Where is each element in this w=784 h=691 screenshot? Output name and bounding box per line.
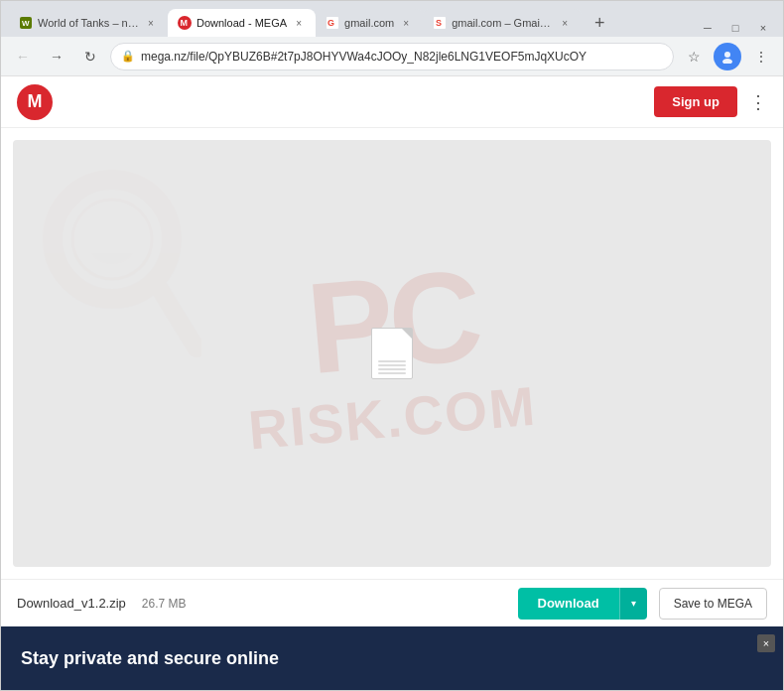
svg-text:W: W (22, 19, 30, 28)
bookmark-button[interactable]: ☆ (680, 43, 708, 70)
file-line-4 (378, 372, 406, 374)
file-lines (378, 360, 406, 374)
tab4-title: gmail.com – Gmail Resour... (452, 17, 553, 29)
browser-frame: W World of Tanks – nemokan... × M Downlo… (0, 0, 784, 691)
watermark-risk: RISK.COM (245, 373, 538, 462)
forward-button[interactable]: → (43, 43, 70, 70)
tab-world-of-tanks[interactable]: W World of Tanks – nemokan... × (9, 9, 168, 37)
tab1-title: World of Tanks – nemokan... (38, 17, 139, 29)
download-dropdown-button[interactable]: ▾ (619, 588, 647, 620)
file-line-2 (378, 364, 406, 366)
bottom-bar: Download_v1.2.zip 26.7 MB Download ▾ Sav… (1, 579, 783, 626)
file-preview-area: PC RISK.COM (13, 140, 771, 567)
more-options-button[interactable]: ⋮ (747, 43, 775, 70)
mega-menu-button[interactable]: ⋮ (749, 91, 767, 113)
url-text: mega.nz/file/QpYBUZ6B#2t7pJ8OHYVWa4cJOOy… (141, 50, 663, 64)
ad-text: Stay private and secure online (21, 648, 279, 669)
signup-button[interactable]: Sign up (654, 86, 737, 117)
tab1-close[interactable]: × (144, 16, 158, 30)
file-fold (402, 329, 412, 339)
svg-point-11 (72, 200, 152, 279)
tab2-favicon: M (178, 16, 192, 30)
tab1-favicon: W (19, 16, 33, 30)
file-line-1 (378, 360, 406, 362)
lock-icon: 🔒 (121, 50, 135, 63)
ad-banner: Stay private and secure online × (1, 626, 783, 690)
svg-point-9 (722, 59, 732, 64)
tab3-favicon: G (326, 16, 339, 30)
address-bar[interactable]: 🔒 mega.nz/file/QpYBUZ6B#2t7pJ8OHYVWa4cJO… (110, 43, 674, 70)
tab3-title: gmail.com (344, 17, 394, 29)
svg-text:M: M (181, 18, 189, 28)
tab-mega-download[interactable]: M Download - MEGA × (168, 9, 316, 37)
page-content: M Sign up ⋮ PC (1, 76, 783, 690)
svg-point-10 (53, 180, 172, 299)
profile-button[interactable] (714, 43, 741, 70)
tab2-title: Download - MEGA (196, 17, 287, 29)
reload-button[interactable]: ↻ (76, 43, 104, 70)
mega-header: M Sign up ⋮ (1, 76, 783, 128)
file-name: Download_v1.2.zip (17, 596, 126, 611)
svg-point-8 (724, 52, 730, 58)
file-size: 26.7 MB (142, 597, 187, 611)
svg-line-12 (157, 284, 196, 348)
tab2-close[interactable]: × (292, 16, 306, 30)
tab3-close[interactable]: × (399, 16, 413, 30)
tab4-favicon: S (433, 16, 447, 30)
svg-point-13 (87, 214, 137, 264)
tab-gmail[interactable]: G gmail.com × (316, 9, 423, 37)
svg-text:G: G (327, 18, 334, 28)
download-button[interactable]: Download (518, 588, 619, 620)
watermark-magnifier (43, 170, 201, 372)
toolbar: ← → ↻ 🔒 mega.nz/file/QpYBUZ6B#2t7pJ8OHYV… (1, 37, 783, 76)
minimize-button[interactable]: ─ (696, 19, 719, 37)
back-button[interactable]: ← (9, 43, 37, 70)
ad-close-button[interactable]: × (757, 634, 775, 652)
tab4-close[interactable]: × (558, 16, 572, 30)
maximize-button[interactable]: □ (723, 19, 747, 37)
tab-gmail-resource[interactable]: S gmail.com – Gmail Resour... × (423, 9, 582, 37)
new-tab-button[interactable]: + (586, 9, 613, 37)
download-button-group: Download ▾ (518, 588, 647, 620)
file-icon-container (371, 328, 413, 379)
window-controls: ─ □ × (696, 19, 775, 37)
tab-bar: W World of Tanks – nemokan... × M Downlo… (1, 1, 783, 37)
mega-logo[interactable]: M (17, 84, 53, 120)
file-icon (371, 328, 413, 379)
file-line-3 (378, 368, 406, 370)
save-to-mega-button[interactable]: Save to MEGA (659, 588, 767, 620)
close-button[interactable]: × (751, 19, 775, 37)
svg-text:S: S (436, 18, 442, 28)
